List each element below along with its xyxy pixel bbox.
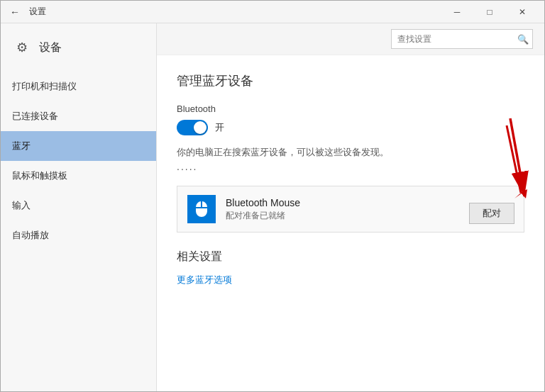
sidebar-item-connected[interactable]: 已连接设备 [1,101,156,131]
pair-button[interactable]: 配对 [469,203,514,224]
sidebar-item-bluetooth[interactable]: 蓝牙 [1,131,156,161]
back-button[interactable]: ← [6,4,23,21]
sidebar: ⚙ 设备 打印机和扫描仪 已连接设备 蓝牙 鼠标和触摸板 输入 [1,23,157,391]
search-input[interactable] [391,29,533,49]
minimize-button[interactable]: ─ [441,1,473,23]
sidebar-item-autoplay[interactable]: 自动播放 [1,220,156,250]
sidebar-item-printers[interactable]: 打印机和扫描仪 [1,72,156,101]
bluetooth-toggle[interactable] [177,120,208,135]
sidebar-title: 设备 [39,40,62,55]
maximize-button[interactable]: □ [473,1,506,23]
sidebar-header: ⚙ 设备 [1,23,156,66]
window-controls: ─ □ ✕ [441,1,539,23]
searching-text: 你的电脑正在搜索蓝牙设备，可以被这些设备发现。 [177,147,524,159]
toggle-row: 开 [177,120,524,135]
search-wrap: 🔍 [391,29,533,49]
bluetooth-label: Bluetooth [177,103,524,114]
sidebar-item-input[interactable]: 输入 [1,191,156,220]
mouse-icon [193,201,210,218]
more-bluetooth-link[interactable]: 更多蓝牙选项 [177,274,232,285]
window-title: 设置 [29,6,46,18]
device-card-wrapper: Bluetooth Mouse 配对准备已就绪 配对 [177,186,524,233]
section-title: 管理蓝牙设备 [177,72,524,89]
sidebar-item-mouse[interactable]: 鼠标和触摸板 [1,161,156,191]
sidebar-nav: 打印机和扫描仪 已连接设备 蓝牙 鼠标和触摸板 输入 自动播放 [1,72,156,250]
device-icon-box [187,195,216,223]
search-bar: 🔍 [157,23,544,55]
close-button[interactable]: ✕ [506,1,539,23]
related-title: 相关设置 [177,250,524,264]
main-panel: 🔍 管理蓝牙设备 Bluetooth 开 你的电脑正在搜索蓝牙设备，可以被这些设… [157,23,544,391]
title-bar: ← 设置 ─ □ ✕ [1,1,544,23]
searching-dots: ····· [177,163,524,174]
content-area: ⚙ 设备 打印机和扫描仪 已连接设备 蓝牙 鼠标和触摸板 输入 [1,23,544,391]
settings-window: ← 设置 ─ □ ✕ ⚙ 设备 打印机和扫描仪 已连接设备 [0,0,545,392]
search-icon: 🔍 [517,34,529,45]
toggle-on-label: 开 [215,121,224,134]
title-bar-left: ← 设置 [6,4,46,21]
main-content: 管理蓝牙设备 Bluetooth 开 你的电脑正在搜索蓝牙设备，可以被这些设备发… [157,55,544,391]
toggle-knob [194,121,207,134]
svg-line-0 [507,125,521,193]
related-section: 相关设置 更多蓝牙选项 [177,250,524,286]
gear-icon: ⚙ [12,38,32,57]
